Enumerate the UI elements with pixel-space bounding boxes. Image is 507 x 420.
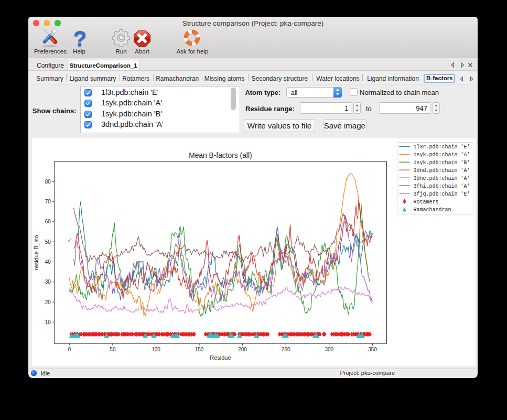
svg-text:3fhi.pdb:chain 'A': 3fhi.pdb:chain 'A' (414, 183, 470, 189)
svg-text:150: 150 (195, 347, 204, 352)
svg-text:Mean B-factors (all): Mean B-factors (all) (189, 152, 252, 159)
svg-text:70: 70 (45, 199, 51, 204)
svg-text:60: 60 (45, 219, 51, 224)
svg-text:100: 100 (152, 347, 160, 352)
svg-text:0: 0 (68, 347, 71, 352)
svg-text:Rotamers: Rotamers (414, 199, 439, 204)
svg-text:40: 40 (45, 259, 51, 265)
svg-text:250: 250 (282, 347, 290, 352)
svg-text:1syk.pdb:chain 'B': 1syk.pdb:chain 'B' (414, 159, 470, 165)
svg-text:80: 80 (45, 179, 51, 185)
svg-text:✓: ✓ (67, 237, 72, 243)
svg-text:30: 30 (45, 279, 51, 285)
svg-text:50: 50 (110, 347, 116, 352)
svg-text:1l3r.pdb:chain 'E': 1l3r.pdb:chain 'E' (414, 144, 470, 149)
svg-text:200: 200 (238, 347, 247, 352)
svg-text:50: 50 (45, 239, 51, 245)
svg-text:10: 10 (45, 319, 51, 325)
svg-text:Ramachandran: Ramachandran (414, 207, 451, 212)
svg-text:20: 20 (45, 299, 51, 305)
svg-text:350: 350 (368, 347, 377, 352)
svg-text:3dnd.pdb:chain 'A': 3dnd.pdb:chain 'A' (414, 167, 470, 173)
svg-text:3fjq.pdb:chain 'E': 3fjq.pdb:chain 'E' (414, 191, 470, 197)
svg-text:3dne.pdb:chain 'A': 3dne.pdb:chain 'A' (414, 175, 470, 181)
svg-text:Residue: Residue (210, 354, 231, 361)
svg-text:300: 300 (325, 347, 333, 352)
svg-text:1syk.pdb:chain 'A': 1syk.pdb:chain 'A' (414, 152, 470, 157)
svg-text:residue B_iso: residue B_iso (33, 235, 39, 270)
